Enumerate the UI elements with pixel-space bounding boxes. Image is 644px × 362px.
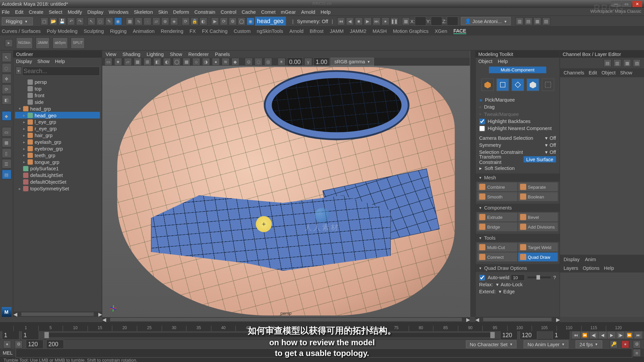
- charset-dropdown[interactable]: No Character Set: [466, 340, 517, 348]
- chbox-icon-d[interactable]: ▧: [633, 59, 641, 67]
- key-icon[interactable]: ●: [381, 17, 389, 25]
- autokey-button[interactable]: ●: [3, 340, 11, 348]
- mtk-menu[interactable]: Object: [478, 59, 492, 64]
- extrude-button[interactable]: Extrude: [477, 213, 517, 221]
- soft-select-icon[interactable]: ◉: [114, 17, 122, 25]
- quad-draw-section[interactable]: Quad Draw Options: [476, 264, 559, 272]
- outliner-menu[interactable]: Help: [55, 59, 65, 64]
- menu-create[interactable]: Create: [29, 9, 44, 14]
- chbox-layers-tab[interactable]: Help: [604, 265, 614, 271]
- vp-select-camera-icon[interactable]: ▭: [104, 58, 112, 66]
- autoweld-slider[interactable]: [528, 277, 551, 278]
- play-fwd-icon[interactable]: ▶: [364, 17, 372, 25]
- menu-display[interactable]: Display: [87, 9, 103, 14]
- anim-prefs-button[interactable]: ⚙: [15, 340, 23, 348]
- next-key-button[interactable]: |▶: [616, 331, 625, 339]
- viewport-h-scrollbar[interactable]: ◀▶: [102, 317, 470, 322]
- chbox-icon-c[interactable]: ▦: [623, 59, 631, 67]
- camera-sel-value[interactable]: Off: [549, 135, 556, 141]
- shelf-toggle-icon[interactable]: ▸: [5, 39, 13, 47]
- vp-menu[interactable]: Shading: [122, 52, 140, 57]
- range-slider[interactable]: [44, 333, 495, 337]
- menu-arnold[interactable]: Arnold: [301, 9, 315, 14]
- panel-toggle-b-icon[interactable]: ▤: [525, 17, 533, 25]
- bridge-button[interactable]: Bridge: [477, 222, 517, 231]
- mode-dropdown[interactable]: Rigging: [2, 17, 33, 25]
- symmetry-dropdown[interactable]: Symmetry: Off: [297, 18, 328, 24]
- menu-skin[interactable]: Skin: [158, 9, 168, 14]
- extend-value[interactable]: Edge: [503, 289, 515, 294]
- chbox-tab[interactable]: Edit: [589, 70, 597, 75]
- autoweld-value[interactable]: [511, 274, 525, 281]
- multi-component-button[interactable]: Multi-Component: [489, 67, 546, 73]
- vp-gamma-icon[interactable]: γ: [304, 58, 312, 66]
- layout-persp-outliner[interactable]: ▤: [2, 170, 11, 179]
- menu-file[interactable]: File: [2, 9, 9, 14]
- outliner-item[interactable]: ▸hair_grp: [15, 132, 100, 138]
- go-end-button[interactable]: ⏭: [634, 331, 642, 339]
- shelf-tab[interactable]: JAMM: [330, 28, 343, 34]
- outliner-item[interactable]: defaultObjectSet: [15, 178, 100, 185]
- outliner-item[interactable]: ▸l_eye_grp: [15, 119, 100, 125]
- outliner-item[interactable]: side: [15, 99, 100, 105]
- shelf-tab[interactable]: Motion Graphics: [393, 28, 428, 34]
- shelf-tab[interactable]: Rigging: [110, 28, 126, 34]
- ghost-icon[interactable]: ◐: [199, 17, 207, 25]
- vp-aa-icon[interactable]: ◆: [231, 58, 239, 66]
- snap-point-icon[interactable]: ·: [144, 17, 152, 25]
- vp-shadows-icon[interactable]: ◑: [202, 58, 210, 66]
- drag-radio[interactable]: Drag: [479, 103, 556, 110]
- paint-select-icon[interactable]: ✎: [105, 17, 113, 25]
- soft-selection-toggle[interactable]: ▸Soft Selection: [476, 165, 559, 172]
- menu-skeleton[interactable]: Skeleton: [134, 9, 153, 14]
- bottom-val1[interactable]: [26, 340, 44, 349]
- snap-center-icon[interactable]: ⊕: [161, 17, 169, 25]
- separate-button[interactable]: Separate: [518, 182, 557, 191]
- pick-marquee-radio[interactable]: Pick/Marquee: [479, 96, 556, 103]
- viewport-scrollbar[interactable]: [470, 51, 475, 317]
- pause-icon[interactable]: ❚❚: [390, 17, 398, 25]
- outliner-tree[interactable]: persptopfrontside▾head_grp▸head_geo▸l_ey…: [13, 78, 102, 312]
- edge-mode-icon[interactable]: [512, 78, 524, 91]
- outliner-item[interactable]: ▸teeth_grp: [15, 152, 100, 159]
- rotate-tool[interactable]: ⟳: [2, 84, 11, 94]
- save-scene-button[interactable]: 💾: [58, 17, 66, 25]
- lasso-tool[interactable]: ◌: [2, 63, 11, 73]
- relax-value[interactable]: Auto-Lock: [500, 282, 523, 287]
- smooth-button[interactable]: Smooth: [477, 192, 517, 201]
- layout-outliner[interactable]: ☰: [2, 159, 11, 169]
- outliner-item[interactable]: ▸topoSymmetrySet: [15, 185, 100, 192]
- menu-select[interactable]: Select: [49, 9, 62, 14]
- menu-mgear[interactable]: mGear: [281, 9, 296, 14]
- layout-single[interactable]: ▭: [2, 127, 11, 137]
- outliner-item[interactable]: ▸eyelash_grp: [15, 138, 100, 145]
- prefs-button[interactable]: ⚙: [633, 340, 641, 348]
- panel-toggle-c-icon[interactable]: ▦: [533, 17, 541, 25]
- shelf-tab[interactable]: Poly Modeling: [47, 28, 77, 34]
- selconst-value[interactable]: Off: [549, 149, 556, 155]
- step-fwd-button[interactable]: ⏩: [625, 331, 633, 339]
- lasso-tool-icon[interactable]: ◌: [96, 17, 104, 25]
- tools-section[interactable]: Tools: [476, 234, 559, 242]
- object-mode-icon[interactable]: [481, 78, 494, 91]
- shelf-tab[interactable]: Bifrost: [310, 28, 323, 34]
- play-fwd-button[interactable]: ▶: [607, 331, 615, 339]
- lock-icon[interactable]: 🔒: [191, 17, 199, 25]
- vp-ao-icon[interactable]: ●: [212, 58, 220, 66]
- symmetry-value[interactable]: Off: [549, 142, 556, 148]
- menu-windows[interactable]: Windows: [109, 9, 128, 14]
- play-rewind-icon[interactable]: ⏮: [337, 17, 345, 25]
- uv-mode-icon[interactable]: [542, 78, 554, 91]
- scale-tool[interactable]: ◧: [2, 95, 11, 105]
- shelf-tab[interactable]: Curves / Surfaces: [2, 28, 41, 34]
- vp-menu[interactable]: Lighting: [147, 52, 164, 57]
- range-end2[interactable]: [520, 330, 537, 340]
- outliner-item[interactable]: ▸eyebrow_grp: [15, 145, 100, 152]
- vp-wire-shaded-icon[interactable]: ◐: [163, 58, 171, 66]
- chbox-layers-tab[interactable]: Options: [583, 265, 599, 271]
- vertex-mode-icon[interactable]: [496, 78, 509, 91]
- add-divisions-button[interactable]: Add Divisions: [518, 222, 557, 231]
- outliner-item[interactable]: polySurface1: [15, 165, 100, 172]
- panel-toggle-a-icon[interactable]: ▥: [516, 17, 524, 25]
- select-tool-icon[interactable]: ↖: [88, 17, 96, 25]
